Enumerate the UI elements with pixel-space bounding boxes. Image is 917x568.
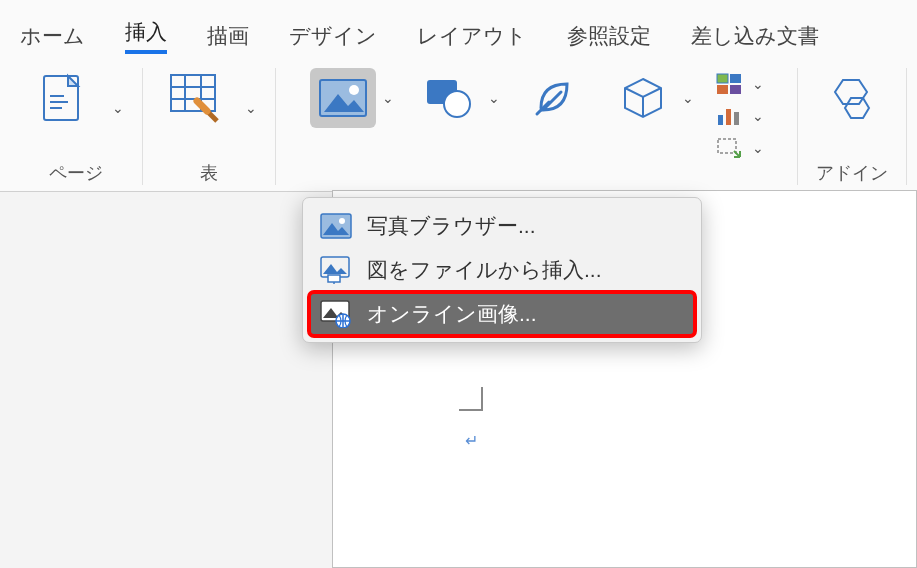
group-table: ⌄ 表 xyxy=(143,68,276,185)
svg-rect-34 xyxy=(328,275,340,282)
tab-design[interactable]: デザイン xyxy=(289,22,377,50)
smartart-icon xyxy=(716,73,742,95)
paragraph-mark: ↵ xyxy=(465,431,478,450)
svg-rect-23 xyxy=(718,139,736,153)
cube-icon xyxy=(619,75,667,121)
photo-browser-icon xyxy=(319,212,353,240)
picture-from-file-icon xyxy=(319,256,353,284)
chevron-down-icon[interactable]: ⌄ xyxy=(245,100,257,116)
pictures-button[interactable] xyxy=(310,68,376,128)
screenshot-button[interactable]: ⌄ xyxy=(716,134,764,162)
addins-label: アドイン xyxy=(816,161,888,185)
pages-button[interactable] xyxy=(28,68,94,128)
chart-icon xyxy=(716,105,742,127)
smartart-button[interactable]: ⌄ xyxy=(716,70,764,98)
online-picture-icon xyxy=(319,300,353,328)
menu-label: オンライン画像... xyxy=(367,300,537,328)
illustrations-mini-stack: ⌄ ⌄ ⌄ xyxy=(716,68,764,162)
svg-rect-22 xyxy=(734,112,739,125)
svg-rect-19 xyxy=(730,85,741,94)
icons-button[interactable] xyxy=(522,68,588,128)
shapes-button[interactable] xyxy=(416,68,482,128)
svg-point-13 xyxy=(444,91,470,117)
svg-point-31 xyxy=(339,218,345,224)
menu-photo-browser[interactable]: 写真ブラウザー... xyxy=(309,204,695,248)
3d-models-button[interactable] xyxy=(610,68,676,128)
tab-mailings[interactable]: 差し込み文書 xyxy=(691,22,819,50)
svg-marker-28 xyxy=(845,98,869,118)
screenshot-icon xyxy=(716,137,742,159)
group-addins: アドイン xyxy=(798,68,907,185)
ribbon-bar: ⌄ ページ ⌄ 表 xyxy=(0,62,917,192)
menu-label: 写真ブラウザー... xyxy=(367,212,536,240)
chevron-down-icon[interactable]: ⌄ xyxy=(382,90,394,106)
tab-insert[interactable]: 挿入 xyxy=(125,18,167,54)
chevron-down-icon[interactable]: ⌄ xyxy=(112,100,124,116)
svg-rect-16 xyxy=(717,74,728,83)
chevron-down-icon: ⌄ xyxy=(752,140,764,156)
addins-button[interactable] xyxy=(819,68,885,128)
group-pages: ⌄ ページ xyxy=(10,68,143,185)
chevron-down-icon[interactable]: ⌄ xyxy=(682,90,694,106)
group-illustrations: ⌄ ⌄ xyxy=(276,68,798,185)
picture-icon xyxy=(318,78,368,118)
leaf-icon xyxy=(531,76,579,120)
pictures-dropdown: 写真ブラウザー... 図をファイルから挿入... xyxy=(302,197,702,343)
chevron-down-icon: ⌄ xyxy=(752,76,764,92)
menu-picture-from-file[interactable]: 図をファイルから挿入... xyxy=(309,248,695,292)
chevron-down-icon[interactable]: ⌄ xyxy=(488,90,500,106)
svg-rect-18 xyxy=(717,85,728,94)
tab-layout[interactable]: レイアウト xyxy=(417,22,527,50)
menu-online-picture[interactable]: オンライン画像... xyxy=(309,292,695,336)
tab-draw[interactable]: 描画 xyxy=(207,22,249,50)
svg-rect-21 xyxy=(726,109,731,125)
svg-rect-17 xyxy=(730,74,741,83)
svg-rect-4 xyxy=(171,75,215,111)
menu-label: 図をファイルから挿入... xyxy=(367,256,602,284)
shapes-icon xyxy=(423,76,475,120)
tab-home[interactable]: ホーム xyxy=(20,22,85,50)
margin-corner-mark xyxy=(459,387,483,411)
addins-icon xyxy=(827,74,877,122)
table-icon xyxy=(167,71,221,125)
chart-button[interactable]: ⌄ xyxy=(716,102,764,130)
page-icon xyxy=(38,72,84,124)
svg-rect-20 xyxy=(718,115,723,125)
table-label: 表 xyxy=(200,161,218,185)
tab-references[interactable]: 参照設定 xyxy=(567,22,651,50)
chevron-down-icon: ⌄ xyxy=(752,108,764,124)
ribbon-tabs: ホーム 挿入 描画 デザイン レイアウト 参照設定 差し込み文書 xyxy=(0,0,917,62)
svg-point-11 xyxy=(349,85,359,95)
svg-marker-33 xyxy=(323,264,347,274)
pages-label: ページ xyxy=(49,161,103,185)
svg-marker-27 xyxy=(835,80,867,104)
table-button[interactable] xyxy=(161,68,227,128)
